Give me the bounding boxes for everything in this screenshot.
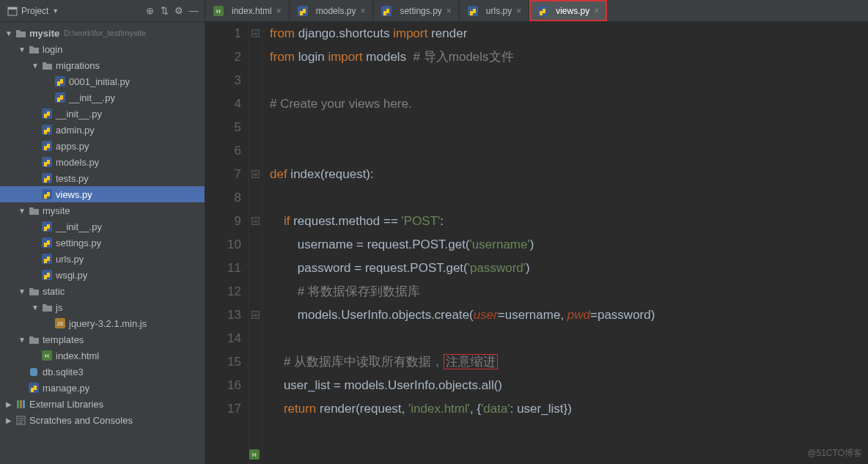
- fold-toggle[interactable]: −: [251, 29, 260, 37]
- py-icon: [41, 188, 53, 200]
- chevron-down-icon: ▼: [4, 29, 13, 37]
- folder-icon: [15, 27, 26, 39]
- code-line[interactable]: [270, 186, 868, 210]
- tree-item[interactable]: admin.py: [0, 122, 205, 138]
- html-icon: [213, 5, 224, 17]
- close-icon[interactable]: ×: [594, 6, 599, 16]
- code-line[interactable]: password = request.POST.get('password'): [270, 257, 868, 280]
- fold-toggle[interactable]: −: [251, 311, 260, 319]
- code-line[interactable]: [270, 116, 868, 139]
- fold-toggle[interactable]: −: [251, 217, 260, 225]
- fold-toggle[interactable]: −: [251, 170, 260, 178]
- tree-item-label: db.sqlite3: [43, 367, 84, 378]
- tree-item-label: 0001_initial.py: [69, 76, 130, 87]
- code-line[interactable]: username = request.POST.get('username'): [270, 233, 868, 257]
- close-icon[interactable]: ×: [360, 6, 365, 16]
- code-line[interactable]: from login import models # 导入models文件: [270, 45, 868, 69]
- tree-item[interactable]: ▼js: [0, 299, 205, 315]
- tree-item[interactable]: db.sqlite3: [0, 364, 205, 380]
- tree-item[interactable]: ▼mysite: [0, 202, 205, 218]
- tree-item[interactable]: manage.py: [0, 380, 205, 396]
- code-line[interactable]: def index(request):: [270, 163, 868, 186]
- close-icon[interactable]: ×: [446, 6, 452, 16]
- tree-item-label: templates: [43, 334, 84, 345]
- code-line[interactable]: user_list = models.UserInfo.objects.all(…: [270, 374, 868, 397]
- chevron-icon: ▼: [18, 45, 26, 54]
- tree-item-label: urls.py: [56, 254, 84, 265]
- hide-icon[interactable]: —: [187, 4, 200, 18]
- editor: index.html×models.py×settings.py×urls.py…: [205, 0, 868, 464]
- tree-item[interactable]: index.html: [0, 347, 205, 364]
- tree-item[interactable]: jquery-3.2.1.min.js: [0, 315, 205, 331]
- tree-item-label: models.py: [56, 157, 99, 168]
- editor-tab[interactable]: urls.py×: [460, 0, 529, 21]
- tree-item[interactable]: __init__.py: [0, 218, 205, 235]
- editor-tabs: index.html×models.py×settings.py×urls.py…: [205, 0, 868, 22]
- folder-icon: [41, 301, 53, 313]
- tab-label: urls.py: [486, 6, 512, 16]
- line-number: 2: [205, 45, 241, 69]
- tree-item-label: Scratches and Consoles: [29, 415, 133, 426]
- editor-tab[interactable]: settings.py×: [373, 0, 459, 21]
- project-tree[interactable]: ▼mysiteD:\work\for_test\mysite▼login▼mig…: [0, 22, 205, 464]
- chevron-icon: ▶: [4, 416, 13, 424]
- editor-tab[interactable]: index.html×: [205, 0, 290, 21]
- project-sidebar: Project ▼ ⊕ ⇅ ⚙ — ▼mysiteD:\work\for_tes…: [0, 0, 205, 464]
- tree-item[interactable]: settings.py: [0, 235, 205, 251]
- locate-icon[interactable]: ⊕: [143, 4, 156, 18]
- code-line[interactable]: # 从数据库中读取所有数据，注意缩进: [270, 350, 868, 374]
- code-line[interactable]: models.UserInfo.objects.create(user=user…: [270, 303, 868, 327]
- tree-item[interactable]: __init__.py: [0, 106, 205, 122]
- close-icon[interactable]: ×: [276, 6, 282, 16]
- code-line[interactable]: [270, 327, 868, 350]
- sidebar-title[interactable]: Project ▼: [7, 6, 59, 16]
- tab-label: index.html: [232, 6, 272, 16]
- code-line[interactable]: [270, 139, 868, 163]
- py-icon: [41, 124, 53, 136]
- chevron-icon: ▶: [4, 400, 13, 408]
- code-content[interactable]: from django.shortcuts import renderfrom …: [262, 22, 868, 464]
- folder-icon: [28, 334, 40, 345]
- folder-icon: [41, 59, 53, 71]
- tree-item-label: __init__.py: [69, 92, 115, 103]
- py-icon: [41, 172, 53, 184]
- tree-item[interactable]: urls.py: [0, 251, 205, 267]
- tree-item[interactable]: tests.py: [0, 170, 205, 186]
- code-line[interactable]: [270, 69, 868, 92]
- tree-item[interactable]: 0001_initial.py: [0, 73, 205, 89]
- fold-gutter[interactable]: −−−−: [249, 22, 262, 464]
- tree-item-label: wsgi.py: [56, 270, 87, 281]
- code-area[interactable]: 1234567891011121314151617 −−−− from djan…: [205, 22, 868, 464]
- py-icon: [54, 76, 66, 87]
- tree-item[interactable]: wsgi.py: [0, 267, 205, 283]
- tree-item-label: jquery-3.2.1.min.js: [69, 318, 147, 329]
- py-icon: [41, 237, 53, 248]
- gear-icon[interactable]: ⚙: [172, 4, 185, 18]
- tree-item[interactable]: apps.py: [0, 138, 205, 154]
- watermark: @51CTO博客: [807, 447, 862, 460]
- tree-item[interactable]: models.py: [0, 154, 205, 170]
- tree-item[interactable]: ▶Scratches and Consoles: [0, 412, 205, 428]
- tree-item[interactable]: ▼static: [0, 283, 205, 299]
- tree-item[interactable]: ▶External Libraries: [0, 396, 205, 412]
- tree-item[interactable]: views.py: [0, 186, 205, 202]
- tree-item[interactable]: ▼templates: [0, 331, 205, 347]
- sidebar-header: Project ▼ ⊕ ⇅ ⚙ —: [0, 0, 205, 22]
- code-line[interactable]: # Create your views here.: [270, 92, 868, 116]
- tree-item-label: tests.py: [56, 173, 89, 184]
- tab-label: models.py: [316, 6, 356, 16]
- close-icon[interactable]: ×: [516, 6, 521, 16]
- tree-item[interactable]: ▼migrations: [0, 57, 205, 73]
- code-line[interactable]: if request.method == 'POST':: [270, 210, 868, 233]
- collapse-icon[interactable]: ⇅: [158, 4, 171, 18]
- tree-item[interactable]: ▼login: [0, 41, 205, 57]
- tree-root[interactable]: ▼mysiteD:\work\for_test\mysite: [0, 25, 205, 41]
- line-number: 10: [205, 233, 241, 257]
- js-icon: [54, 317, 66, 329]
- editor-tab[interactable]: views.py×: [529, 0, 607, 21]
- code-line[interactable]: return render(request, 'index.html', {'d…: [270, 397, 868, 421]
- code-line[interactable]: # 将数据保存到数据库: [270, 280, 868, 303]
- tree-item[interactable]: __init__.py: [0, 89, 205, 106]
- editor-tab[interactable]: models.py×: [290, 0, 374, 21]
- code-line[interactable]: from django.shortcuts import render: [270, 22, 868, 45]
